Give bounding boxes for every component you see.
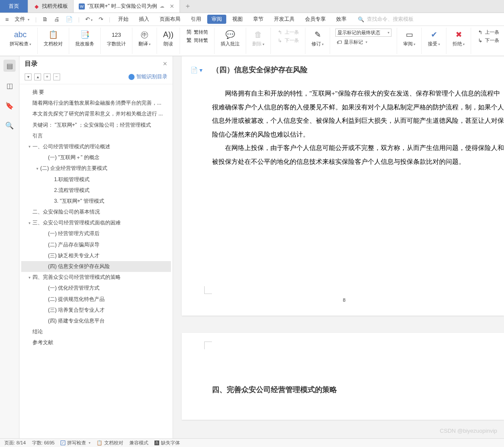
- status-doc-proof[interactable]: 📋文档校对: [96, 440, 123, 446]
- outline-item[interactable]: 摘 要: [21, 87, 171, 98]
- collapse-up-button[interactable]: ▴: [34, 73, 41, 80]
- chevron-down-icon[interactable]: ▾: [26, 275, 32, 281]
- outline-item[interactable]: (三) 缺乏相关专业人才: [21, 250, 171, 261]
- rail-bookmark-button[interactable]: 🔖: [3, 99, 16, 112]
- spellcheck-icon: abc: [15, 29, 26, 40]
- outline-item-label: 参考文献: [32, 338, 53, 347]
- tab-templates[interactable]: ◆ 找稻壳模板: [28, 0, 74, 13]
- outline-item[interactable]: 引言: [21, 131, 171, 141]
- menu-dev-tools[interactable]: 开发工具: [270, 16, 299, 23]
- outline-item[interactable]: 本文首先探究了研究的背景和意义，并对相关概念进行 ...: [21, 109, 171, 119]
- outline-item-label: 三、众安公司经营管理模式面临的困难: [32, 219, 121, 227]
- next-change-button[interactable]: ↳下一条: [476, 37, 500, 44]
- chevron-down-icon[interactable]: ▾: [26, 144, 32, 150]
- outline-item[interactable]: ▾三、众安公司经营管理模式面临的困难: [21, 217, 171, 228]
- show-markup-button[interactable]: 🏷显示标记▾: [335, 38, 392, 46]
- rail-outline-button[interactable]: ▤: [3, 60, 16, 72]
- save-icon[interactable]: 🗎: [40, 16, 50, 22]
- status-compat-mode[interactable]: 兼容模式: [129, 440, 148, 446]
- file-menu[interactable]: 文件 ▾: [12, 16, 32, 23]
- comment-icon: 💬: [225, 29, 235, 40]
- outline-item-label: (一) 优化经营管理方式: [48, 284, 100, 292]
- outline-item[interactable]: 随着网络行业的蓬勃发展和金融服务消费平台的完善，...: [21, 98, 171, 109]
- print-preview-icon[interactable]: 📄: [64, 16, 75, 22]
- review-pane-button[interactable]: ▭ 审阅▾: [401, 29, 418, 48]
- status-spellcheck[interactable]: ✓拼写检查▾: [61, 440, 90, 446]
- spellcheck-button[interactable]: abc 拼写检查▾: [7, 29, 34, 48]
- chevron-down-icon[interactable]: ▾: [26, 220, 32, 226]
- menu-efficiency[interactable]: 效率: [332, 16, 351, 23]
- status-page[interactable]: 页面: 8/14: [4, 440, 26, 446]
- menu-sections[interactable]: 章节: [249, 16, 268, 23]
- command-search[interactable]: 🔍 查找命令、搜索模板: [358, 16, 414, 23]
- accept-button[interactable]: ✔ 接受▾: [425, 29, 443, 48]
- outline-item[interactable]: ▾一、公司经营管理模式的理论概述: [21, 141, 171, 152]
- read-aloud-button[interactable]: A)) 朗读: [161, 29, 176, 48]
- outline-item[interactable]: (四) 信息安全保护存在风险: [21, 261, 171, 272]
- reject-button[interactable]: ✖ 拒绝▾: [450, 29, 467, 48]
- outline-item[interactable]: 关键词： "互联网+" ；众安保险公司；经营管理模式: [21, 120, 171, 131]
- menu-vip[interactable]: 会员专享: [301, 16, 330, 23]
- outline-item[interactable]: ▾(二) 企业经营管理的主要模式: [21, 163, 171, 174]
- outline-item[interactable]: (三) 培养复合型专业人才: [21, 305, 171, 316]
- chevron-down-icon: ▾: [28, 18, 29, 22]
- rail-nav-button[interactable]: ◫: [3, 80, 16, 92]
- outline-item[interactable]: (一) "互联网＋" 的概念: [21, 152, 171, 163]
- outline-item[interactable]: (四) 搭建专业化信息平台: [21, 316, 171, 326]
- menu-insert[interactable]: 插入: [135, 16, 154, 23]
- insert-comment-button[interactable]: 💬 插入批注: [218, 29, 242, 48]
- separator: |: [107, 16, 112, 22]
- outline-item[interactable]: 1.职能管理模式: [21, 174, 171, 185]
- track-changes-button[interactable]: ✎ 修订▾: [309, 29, 326, 48]
- menu-view[interactable]: 视图: [228, 16, 247, 23]
- collapse-down-button[interactable]: ▾: [25, 73, 32, 80]
- status-word-count[interactable]: 字数: 6695: [32, 440, 55, 446]
- simp-to-trad-button[interactable]: 繁简转繁: [185, 37, 209, 44]
- outline-item[interactable]: 参考文献: [21, 337, 171, 348]
- section-heading: （四）信息安全保护存在风险: [212, 65, 504, 75]
- outline-item[interactable]: (一) 经营管理方式滞后: [21, 228, 171, 239]
- delete-comment-button[interactable]: 🗑 删除▾: [250, 29, 267, 48]
- undo-icon[interactable]: ↶▾: [83, 16, 95, 22]
- read-aloud-icon: A)): [163, 29, 173, 40]
- trad-to-simp-button[interactable]: 简繁转简: [185, 29, 209, 36]
- page-action-icons[interactable]: 📄 ▾: [190, 67, 202, 73]
- outline-item[interactable]: ▾四、完善众安公司经营管理模式的策略: [21, 272, 171, 283]
- prev-change-button[interactable]: ↰上一条: [476, 29, 500, 36]
- translate-button[interactable]: ㊥ 翻译▾: [136, 29, 153, 48]
- tab-document-active[interactable]: W "互联网+" 时...安保险公司为例 ☁ ✕: [74, 0, 180, 13]
- page-number: 8: [343, 297, 346, 303]
- hamburger-icon[interactable]: ≡: [3, 16, 10, 23]
- print-icon[interactable]: 🖨: [52, 16, 62, 22]
- next-comment-button[interactable]: ↳下一条: [276, 37, 300, 44]
- collapse-button[interactable]: −: [53, 73, 60, 80]
- rail-search-button[interactable]: 🔍: [3, 119, 16, 131]
- menu-review[interactable]: 审阅: [207, 15, 226, 24]
- new-tab-button[interactable]: ＋: [180, 0, 196, 13]
- expand-button[interactable]: +: [44, 73, 51, 80]
- outline-item[interactable]: 3. "互联网+" 管理模式: [21, 196, 171, 207]
- outline-item-label: 1.职能管理模式: [54, 176, 90, 184]
- markup-state-select[interactable]: 显示标记的最终状态▾: [335, 29, 392, 37]
- prev-comment-button[interactable]: ↰上一条: [276, 29, 300, 36]
- outline-item[interactable]: (一) 优化经营管理方式: [21, 283, 171, 294]
- outline-item[interactable]: (二) 产品存在骗局误导: [21, 239, 171, 250]
- chevron-down-icon[interactable]: ▾: [34, 166, 40, 172]
- document-view[interactable]: 📄 ▾ （四）信息安全保护存在风险 网络拥有自主和开放的特性，"互联网+"保险存…: [173, 56, 504, 438]
- close-icon[interactable]: ✕: [163, 61, 167, 67]
- smart-toc-button[interactable]: 智能识别目录: [128, 73, 167, 80]
- outline-item[interactable]: 二、众安保险公司的基本情况: [21, 207, 171, 217]
- close-icon[interactable]: ✕: [170, 3, 174, 10]
- outline-item[interactable]: (二) 提供规范化特色产品: [21, 294, 171, 305]
- outline-item[interactable]: 2.流程管理模式: [21, 185, 171, 196]
- doc-proof-button[interactable]: 📋 文档校对: [41, 29, 65, 48]
- menu-start[interactable]: 开始: [114, 16, 133, 23]
- menu-references[interactable]: 引用: [186, 16, 205, 23]
- tab-home[interactable]: 首页: [0, 0, 28, 13]
- word-count-button[interactable]: 123 字数统计: [104, 29, 128, 48]
- outline-item[interactable]: 结论: [21, 326, 171, 337]
- menu-page-layout[interactable]: 页面布局: [155, 16, 185, 23]
- status-missing-font[interactable]: 🅰缺失字体: [154, 440, 180, 446]
- redo-icon[interactable]: ↷: [96, 16, 106, 22]
- approve-service-button[interactable]: 📑 批改服务: [73, 29, 97, 48]
